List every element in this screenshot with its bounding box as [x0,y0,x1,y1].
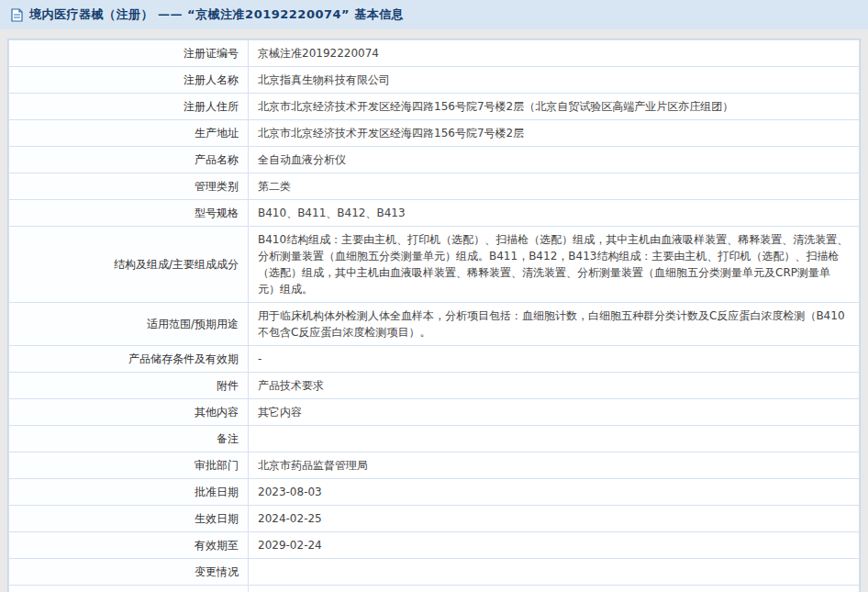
row-label: 适用范围/预期用途 [9,303,249,346]
row-value [249,426,860,452]
row-value: 产品技术要求 [249,373,860,399]
table-row: 注册证编号 京械注准20192220074 [9,40,860,67]
row-value: 全自动血液分析仪 [249,147,860,173]
row-value: 其它内容 [249,399,860,426]
table-row: 产品名称 全自动血液分析仪 [9,147,860,173]
row-label: 附件 [9,373,249,399]
row-value: 京械注准20192220074 [249,40,860,67]
row-label: 其他内容 [9,399,249,426]
row-value: 2029-02-24 [249,532,860,559]
table-row: 结构及组成/主要组成成分 B410结构组成：主要由主机、打印机（选配）、扫描枪（… [9,227,860,303]
row-label: 有效期至 [9,532,249,559]
row-label: 结构及组成/主要组成成分 [9,227,249,303]
row-value: - [249,346,860,373]
row-label: 产品名称 [9,147,249,173]
table-row: 管理类别 第二类 [9,173,860,200]
row-label: 产品储存条件及有效期 [9,346,249,373]
row-value [249,559,860,586]
row-value: 北京市北京经济技术开发区经海四路156号院7号楼2层 [249,120,860,147]
row-label: 注 [9,586,249,592]
row-value: 第二类 [249,173,860,200]
table-row: 审批部门 北京市药品监督管理局 [9,452,860,479]
table-row: 其他内容 其它内容 [9,399,860,426]
table-row: 生产地址 北京市北京经济技术开发区经海四路156号院7号楼2层 [9,120,860,147]
row-value: 北京指真生物科技有限公司 [249,67,860,94]
table-row: 注册人名称 北京指真生物科技有限公司 [9,67,860,94]
table-row: 产品储存条件及有效期 - [9,346,860,373]
row-label: 生效日期 [9,506,249,532]
row-value: 2023-08-03 [249,479,860,506]
table-row: 有效期至 2029-02-24 [9,532,860,559]
table-row: 备注 [9,426,860,452]
registration-info-table: 注册证编号 京械注准20192220074 注册人名称 北京指真生物科技有限公司… [7,39,861,592]
row-label: 审批部门 [9,452,249,479]
page-header: 境内医疗器械（注册） —— “京械注准20192220074” 基本信息 [0,0,868,29]
row-value: 2024-02-25 [249,506,860,532]
row-label: 生产地址 [9,120,249,147]
row-label: 批准日期 [9,479,249,506]
page-title: 境内医疗器械（注册） —— “京械注准20192220074” 基本信息 [29,6,404,23]
row-value: B410、B411、B412、B413 [249,200,860,227]
row-label: 注册人住所 [9,94,249,120]
table-row: 生效日期 2024-02-25 [9,506,860,532]
document-icon [11,8,23,22]
row-label: 备注 [9,426,249,452]
row-label: 注册证编号 [9,40,249,67]
row-value: 北京市药品监督管理局 [249,452,860,479]
table-row: 注册人住所 北京市北京经济技术开发区经海四路156号院7号楼2层（北京自贸试验区… [9,94,860,120]
row-value: 北京市北京经济技术开发区经海四路156号院7号楼2层（北京自贸试验区高端产业片区… [249,94,860,120]
table-row: 附件 产品技术要求 [9,373,860,399]
table-row: 变更情况 [9,559,860,586]
table-row: 批准日期 2023-08-03 [9,479,860,506]
row-value: 用于临床机构体外检测人体全血样本，分析项目包括：血细胞计数，白细胞五种群分类计数… [249,303,860,346]
row-value: 详情 [249,586,860,592]
row-label: 注册人名称 [9,67,249,94]
row-value: B410结构组成：主要由主机、打印机（选配）、扫描枪（选配）组成，其中主机由血液… [249,227,860,303]
row-label: 型号规格 [9,200,249,227]
row-label: 管理类别 [9,173,249,200]
row-label: 变更情况 [9,559,249,586]
table-row: 型号规格 B410、B411、B412、B413 [9,200,860,227]
table-row: 注 详情 [9,586,860,592]
table-row: 适用范围/预期用途 用于临床机构体外检测人体全血样本，分析项目包括：血细胞计数，… [9,303,860,346]
